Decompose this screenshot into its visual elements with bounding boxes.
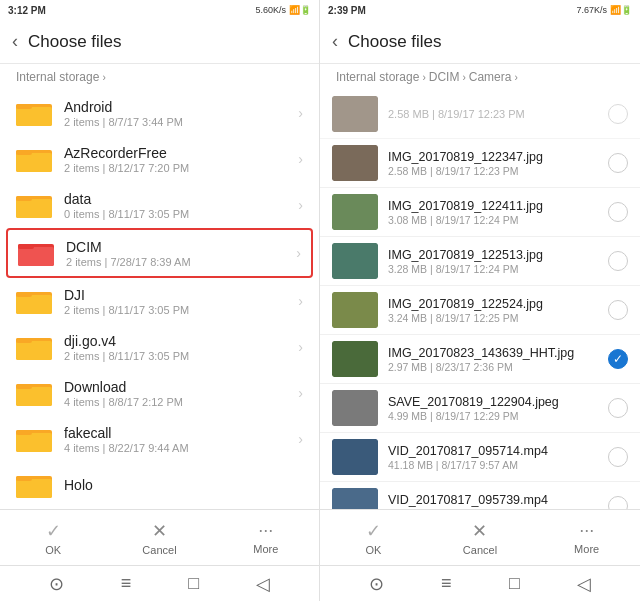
folder-icon [18, 238, 54, 268]
svg-rect-2 [16, 104, 32, 109]
list-item[interactable]: data 0 items | 8/11/17 3:05 PM › [0, 182, 319, 228]
right-top-bar: ‹ Choose files [320, 20, 640, 64]
folder-icon [16, 332, 52, 362]
right-time: 2:39 PM [328, 5, 366, 16]
svg-rect-19 [16, 387, 52, 406]
menu-nav-icon[interactable]: ≡ [441, 573, 452, 594]
list-item[interactable]: dji.go.v4 2 items | 8/11/17 3:05 PM › [0, 324, 319, 370]
file-meta: 2 items | 8/11/17 3:05 PM [64, 304, 298, 316]
left-top-bar: ‹ Choose files [0, 20, 319, 64]
right-nav-bar: ⊙ ≡ □ ◁ [320, 565, 640, 601]
left-back-button[interactable]: ‹ [12, 31, 18, 52]
right-file-list: 2.58 MB | 8/19/17 12:23 PM IMG_20170819_… [320, 90, 640, 509]
square-nav-icon[interactable]: □ [188, 573, 199, 594]
right-ok-button[interactable]: ✓ OK [343, 520, 403, 556]
list-item[interactable]: IMG_20170819_122524.jpg 3.24 MB | 8/19/1… [320, 286, 640, 335]
left-ok-button[interactable]: ✓ OK [23, 520, 83, 556]
image-thumbnail [332, 390, 378, 426]
svg-rect-4 [16, 153, 52, 172]
image-thumbnail [332, 145, 378, 181]
list-item[interactable]: IMG_20170819_122347.jpg 2.58 MB | 8/19/1… [320, 139, 640, 188]
image-meta: 3.08 MB | 8/19/17 12:24 PM [388, 214, 608, 226]
right-more-button[interactable]: ··· More [557, 520, 617, 555]
right-status-bar: 2:39 PM 7.67K/s 📶🔋 [320, 0, 640, 20]
file-meta: 2 items | 8/11/17 3:05 PM [64, 350, 298, 362]
svg-rect-5 [16, 150, 32, 155]
svg-rect-26 [16, 476, 32, 481]
chevron-right-icon: › [298, 197, 303, 213]
image-meta: 4.99 MB | 8/19/17 12:29 PM [388, 410, 608, 422]
left-file-list: Android 2 items | 8/7/17 3:44 PM › AzRec… [0, 90, 319, 509]
folder-icon [16, 286, 52, 316]
list-item[interactable]: fakecall 4 items | 8/22/17 9:44 AM › [0, 416, 319, 462]
list-item[interactable]: SAVE_20170819_122904.jpeg 4.99 MB | 8/19… [320, 384, 640, 433]
svg-rect-1 [16, 107, 52, 126]
home-nav-icon[interactable]: ⊙ [49, 573, 64, 595]
select-radio[interactable] [608, 300, 628, 320]
list-item[interactable]: Android 2 items | 8/7/17 3:44 PM › [0, 90, 319, 136]
left-signal: 5.60K/s 📶🔋 [255, 5, 311, 15]
image-thumbnail [332, 439, 378, 475]
right-breadcrumb: Internal storage › DCIM › Camera › [320, 64, 640, 90]
menu-nav-icon[interactable]: ≡ [121, 573, 132, 594]
folder-icon [16, 98, 52, 128]
right-page-title: Choose files [348, 32, 442, 52]
select-radio[interactable] [608, 447, 628, 467]
image-thumbnail [332, 292, 378, 328]
more-icon: ··· [579, 520, 594, 541]
list-item[interactable]: IMG_20170819_122513.jpg 3.28 MB | 8/19/1… [320, 237, 640, 286]
svg-rect-7 [16, 199, 52, 218]
list-item[interactable]: IMG_20170819_122411.jpg 3.08 MB | 8/19/1… [320, 188, 640, 237]
list-item[interactable]: 2.58 MB | 8/19/17 12:23 PM [320, 90, 640, 139]
select-radio[interactable]: ✓ [608, 349, 628, 369]
image-thumbnail [332, 488, 378, 509]
image-meta: 2.97 MB | 8/23/17 2:36 PM [388, 361, 608, 373]
list-item[interactable]: VID_20170817_095739.mp4 29.91 MB | 8/17/… [320, 482, 640, 509]
back-nav-icon[interactable]: ◁ [577, 573, 591, 595]
select-radio[interactable] [608, 251, 628, 271]
list-item[interactable]: AzRecorderFree 2 items | 8/12/17 7:20 PM… [0, 136, 319, 182]
file-name: Holo [64, 477, 303, 493]
list-item[interactable]: Holo [0, 462, 319, 508]
select-radio[interactable] [608, 398, 628, 418]
folder-icon [16, 470, 52, 500]
breadcrumb-arrow: › [422, 72, 425, 83]
image-name: SAVE_20170819_122904.jpeg [388, 395, 608, 409]
image-name: IMG_20170819_122347.jpg [388, 150, 608, 164]
image-name: IMG_20170819_122411.jpg [388, 199, 608, 213]
check-icon: ✓ [366, 520, 381, 542]
select-radio[interactable] [608, 496, 628, 509]
list-item[interactable]: DJI 2 items | 8/11/17 3:05 PM › [0, 278, 319, 324]
home-nav-icon[interactable]: ⊙ [369, 573, 384, 595]
square-nav-icon[interactable]: □ [509, 573, 520, 594]
left-cancel-button[interactable]: ✕ Cancel [129, 520, 189, 556]
left-bottom-bar: ✓ OK ✕ Cancel ··· More [0, 509, 319, 565]
image-name: IMG_20170819_122513.jpg [388, 248, 608, 262]
list-item[interactable]: Download 4 items | 8/8/17 2:12 PM › [0, 370, 319, 416]
list-item[interactable]: DCIM 2 items | 7/28/17 8:39 AM › [6, 228, 313, 278]
list-item[interactable]: VID_20170817_095714.mp4 41.18 MB | 8/17/… [320, 433, 640, 482]
svg-rect-25 [16, 479, 52, 498]
file-name: fakecall [64, 425, 298, 441]
back-nav-icon[interactable]: ◁ [256, 573, 270, 595]
chevron-right-icon: › [298, 385, 303, 401]
right-back-button[interactable]: ‹ [332, 31, 338, 52]
image-name: 2.58 MB | 8/19/17 12:23 PM [388, 108, 608, 120]
chevron-right-icon: › [298, 293, 303, 309]
file-meta: 2 items | 8/7/17 3:44 PM [64, 116, 298, 128]
image-thumbnail [332, 96, 378, 132]
right-cancel-button[interactable]: ✕ Cancel [450, 520, 510, 556]
select-radio[interactable] [608, 202, 628, 222]
image-meta: 3.24 MB | 8/19/17 12:25 PM [388, 312, 608, 324]
svg-rect-23 [16, 430, 32, 435]
select-radio[interactable] [608, 104, 628, 124]
select-radio[interactable] [608, 153, 628, 173]
close-icon: ✕ [472, 520, 487, 542]
left-more-button[interactable]: ··· More [236, 520, 296, 555]
file-name: DCIM [66, 239, 296, 255]
left-panel: 3:12 PM 5.60K/s 📶🔋 ‹ Choose files Intern… [0, 0, 320, 601]
list-item[interactable]: IMG_20170823_143639_HHT.jpg 2.97 MB | 8/… [320, 335, 640, 384]
svg-rect-14 [16, 292, 32, 297]
chevron-right-icon: › [298, 431, 303, 447]
svg-rect-20 [16, 384, 32, 389]
